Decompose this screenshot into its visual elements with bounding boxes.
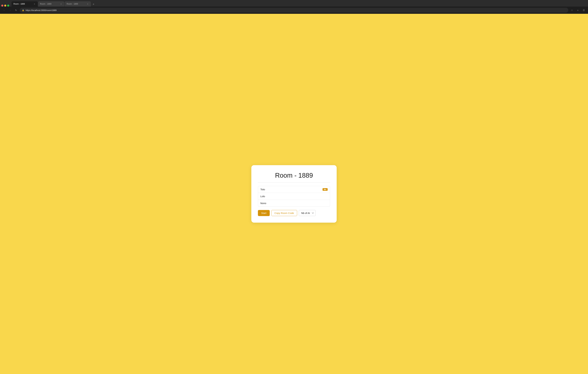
new-tab-button[interactable]: +	[91, 2, 96, 7]
start-button[interactable]: Start	[258, 210, 270, 216]
maximize-window-button[interactable]	[7, 5, 9, 7]
lock-icon: 🔒	[22, 9, 24, 11]
actions-row: Start Copy Room Code Nb of AI 0 1 2 3 4	[258, 210, 330, 216]
traffic-lights	[1, 5, 9, 7]
close-window-button[interactable]	[1, 5, 3, 7]
address-bar[interactable]: 🔒 https://localhost:3000/room/1889	[20, 8, 568, 13]
tab-bar-left	[1, 5, 11, 7]
extensions-button[interactable]: »	[576, 8, 580, 12]
player-name: Toto	[260, 188, 265, 191]
tab-3-close[interactable]: ✕	[86, 3, 89, 5]
minimize-window-button[interactable]	[4, 5, 6, 7]
back-button[interactable]: ←	[2, 8, 7, 12]
page-content: Room - 1889 Toto Me Lolo Nono Start Copy…	[0, 14, 588, 374]
forward-button[interactable]: →	[8, 8, 12, 12]
room-card: Room - 1889 Toto Me Lolo Nono Start Copy…	[251, 165, 337, 223]
tab-3[interactable]: Room - 1889 ✕	[65, 1, 91, 7]
menu-button[interactable]: ☰	[581, 8, 586, 12]
player-name: Lolo	[260, 195, 265, 198]
tab-1-close[interactable]: ✕	[33, 3, 36, 5]
refresh-button[interactable]: ↻	[14, 8, 18, 12]
browser-chrome: Room - 1889 ✕ Room - 1889 ✕ Room - 1889 …	[0, 0, 588, 14]
copy-room-code-button[interactable]: Copy Room Code	[271, 210, 297, 216]
tab-2-title: Room - 1889	[40, 3, 58, 5]
address-bar-row: ← → ↻ 🔒 https://localhost:3000/room/1889…	[0, 7, 588, 14]
url-text: https://localhost:3000/room/1889	[26, 9, 566, 11]
player-name: Nono	[260, 202, 266, 204]
player-row: Lolo	[258, 193, 330, 200]
bookmark-button[interactable]: ☆	[570, 8, 574, 12]
me-badge: Me	[323, 188, 328, 191]
player-list: Toto Me Lolo Nono	[258, 186, 330, 207]
room-title: Room - 1889	[258, 172, 330, 179]
player-row: Nono	[258, 200, 330, 207]
nb-ai-select[interactable]: Nb of AI 0 1 2 3 4	[299, 210, 316, 216]
tab-3-title: Room - 1889	[67, 3, 85, 5]
player-row: Toto Me	[258, 186, 330, 193]
tab-2[interactable]: Room - 1889 ✕	[38, 1, 64, 7]
tab-1[interactable]: Room - 1889 ✕	[11, 1, 38, 7]
tab-bar: Room - 1889 ✕ Room - 1889 ✕ Room - 1889 …	[0, 0, 588, 7]
tab-1-title: Room - 1889	[13, 3, 32, 5]
tab-2-close[interactable]: ✕	[60, 3, 62, 5]
